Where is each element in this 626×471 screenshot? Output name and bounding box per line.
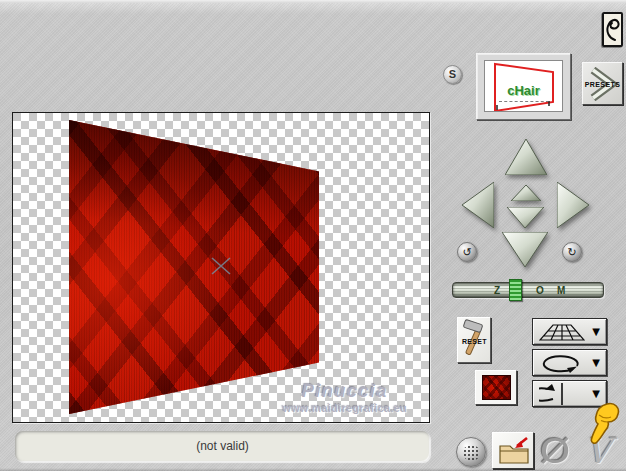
pan-up-button[interactable] <box>505 139 547 175</box>
dropdown-arrow-icon: ▼ <box>592 327 600 337</box>
status-text: (not valid) <box>196 439 249 453</box>
pan-right-button[interactable] <box>557 182 589 228</box>
cancel-button[interactable]: Ø <box>536 435 574 469</box>
center-marker-icon <box>210 256 232 276</box>
status-bar: (not valid) <box>15 431 430 462</box>
pan-left-button[interactable] <box>462 182 494 228</box>
seed-button-label: S <box>449 68 456 80</box>
zoom-slider[interactable]: Z O M <box>452 282 604 298</box>
seed-button[interactable]: S <box>443 65 462 84</box>
rotate-ccw-icon: ↺ <box>462 246 471 259</box>
apply-icon: V <box>585 431 610 471</box>
presets-button-label: PRESETS <box>583 81 622 88</box>
presets-button[interactable]: PRESETS <box>582 62 623 105</box>
import-preset-button[interactable] <box>492 432 534 469</box>
zoom-letter-m: M <box>557 285 565 296</box>
grid-ball-button[interactable] <box>456 437 486 467</box>
cancel-icon: Ø <box>540 435 571 469</box>
rotation-menu-button[interactable]: ▼ <box>532 349 607 376</box>
watermark: Pinuccia www.maidiregrafica.eu <box>283 381 407 414</box>
rotate-ccw-knob[interactable]: ↺ <box>457 242 477 262</box>
dropdown-arrow-icon: ▼ <box>592 389 600 399</box>
thumbnail-tickmarks <box>499 101 549 102</box>
preset-thumbnail-canvas: cHair <box>484 60 563 112</box>
perspective-grid-icon <box>539 322 585 342</box>
preview-area[interactable]: Pinuccia www.maidiregrafica.eu <box>12 112 430 423</box>
ear-swirl-icon <box>605 16 620 43</box>
watermark-title: Pinuccia <box>283 381 407 402</box>
about-button[interactable] <box>602 12 623 47</box>
preset-thumbnail-button[interactable]: cHair <box>476 53 571 120</box>
zoom-slider-handle[interactable] <box>509 279 522 301</box>
nudge-down-button[interactable] <box>507 207 544 228</box>
texture-thumbnail-button[interactable] <box>475 370 517 405</box>
rotate-cw-knob[interactable]: ↻ <box>562 242 582 262</box>
dotted-sphere-icon <box>463 445 480 461</box>
reset-button[interactable]: RESET <box>457 317 491 363</box>
texture-thumbnail-image <box>482 375 511 400</box>
perspective-menu-button[interactable]: ▼ <box>532 318 607 345</box>
watermark-url: www.maidiregrafica.eu <box>283 402 407 414</box>
flip-horizontal-arrow-icon <box>539 383 585 405</box>
apply-button[interactable]: V <box>579 432 617 470</box>
zoom-letter-o: O <box>536 285 544 296</box>
dropdown-arrow-icon: ▼ <box>592 358 600 368</box>
zoom-letter-z: Z <box>494 285 500 296</box>
top-bevel-highlight <box>0 0 626 3</box>
preset-thumbnail-caption: cHair <box>485 83 562 98</box>
flip-menu-button[interactable]: ▼ <box>532 380 607 407</box>
reset-button-label: RESET <box>462 338 487 345</box>
rotate-cw-icon: ↻ <box>567 246 576 259</box>
transformed-image[interactable] <box>69 120 319 414</box>
rotate-ellipse-arrow-icon <box>539 353 585 373</box>
nudge-up-button[interactable] <box>511 185 541 201</box>
folder-red-arrow-icon <box>497 436 531 466</box>
pan-down-button[interactable] <box>502 232 548 267</box>
